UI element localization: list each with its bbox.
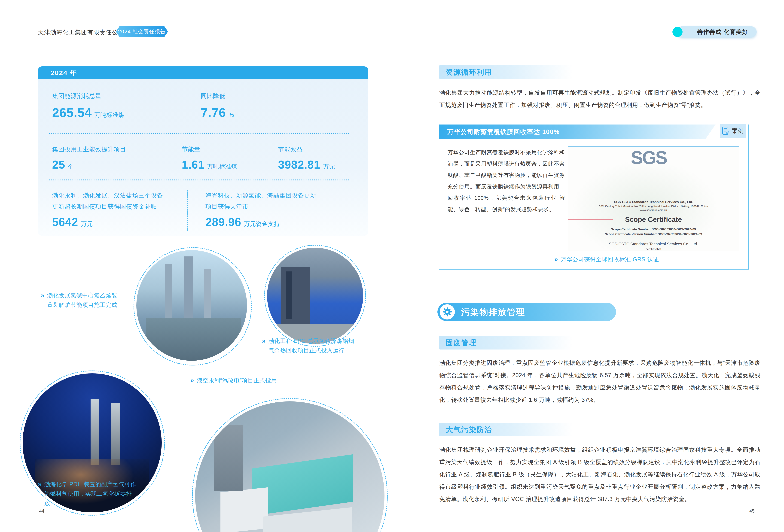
stat-value: 1.61 [182, 158, 204, 171]
cert-number: Scope Certificate Number: SGC-GRC03634-G… [568, 227, 739, 231]
stats-card-header: 2024 年 [38, 66, 368, 79]
caption-epc-project: » 渤化工程 EPC 总承包森泽煤铝烟气余热回收项目正式投入运行 [262, 336, 357, 355]
cert-url: www.sgsgroup.com.cn [568, 208, 739, 212]
stat-city-funding: 海光科技、新源氢能、海晶集团设备更新项目获得天津市 289.96 万元资金支持 [205, 190, 321, 228]
resource-recycling-paragraph: 渤化集团大力推动能源结构转型，自发自用可再生能源滚动式规划。制定印发《废旧生产物… [439, 87, 760, 111]
stat-label: 同比降低 [201, 92, 234, 100]
stat-label: 节能量 [182, 145, 237, 153]
caption-text: 液空永利“汽改电”项目正式投用 [197, 376, 277, 385]
section-bar-air-pollution: 大气污染防治 [439, 423, 572, 437]
stat-value: 5642 [52, 216, 78, 228]
dotted-divider [49, 179, 349, 180]
arrow-marker-icon: » [38, 480, 41, 489]
slogan-dot-icon [672, 27, 682, 37]
cert-version: Scope Certificate Version Number: SGC-GR… [568, 232, 739, 236]
caption-text: 万华公司获得全球回收标准 GRS 认证 [561, 255, 659, 264]
stat-unit: 万元 [81, 221, 93, 227]
stat-unit: 万元资金支持 [244, 221, 280, 227]
stats-card-year-label: 2024 年 [51, 66, 77, 79]
section-bar-resource-recycling: 资源循环利用 [439, 65, 572, 79]
case-title: 万华公司耐蒸煮覆铁膜回收率达 100% [447, 124, 560, 139]
stat-value: 265.54 [52, 106, 92, 120]
stat-unit: 个 [68, 163, 74, 170]
photo-ring-aerial-plant [192, 398, 388, 532]
photo-daytime-plant [136, 250, 247, 361]
section-title: 大气污染防治 [446, 423, 492, 437]
stat-label: 集团能源消耗总量 [52, 92, 124, 100]
dashed-vertical-divider [187, 190, 188, 231]
slogan-pill: 善作善成 化育美好 [677, 26, 757, 37]
caption-pdh-hydrogen: » 渤海化学 PDH 装置的副产氢气可作为燃料气使用，实现二氧化碳零排放 [38, 480, 136, 508]
arrow-marker-icon: » [190, 376, 194, 385]
gear-icon [442, 307, 452, 317]
stats-card-2024: 2024 年 集团能源消耗总量 265.54 万吨标准煤 同比降低 7.76 %… [38, 66, 368, 236]
photo-decoration [90, 399, 100, 465]
slogan-text: 善作善成 化育美好 [691, 26, 754, 37]
stat-value: 289.96 [205, 216, 241, 228]
stat-unit: % [228, 112, 234, 118]
cert-org: SGS-CSTC Standards Technical Services Co… [568, 200, 739, 204]
photo-decoration [214, 425, 243, 492]
banner-pollutant-management: 污染物排放管理 [438, 303, 616, 321]
cert-address: 16/F Century Yuhui Mansion, No.73 Fuchen… [568, 205, 739, 208]
gear-icon-circle [440, 304, 455, 319]
photo-decoration [111, 403, 120, 465]
caption-text: 渤化工程 EPC 总承包森泽煤铝烟气余热回收项目正式投入运行 [268, 336, 357, 355]
sgs-certificate-image: SGS SGS-CSTC Standards Technical Service… [568, 146, 739, 251]
photo-blue-facility [267, 248, 363, 344]
arrow-marker-icon: » [554, 255, 558, 264]
stat-value: 3982.81 [278, 158, 320, 171]
stat-unit: 万元 [323, 163, 335, 170]
case-bottom-border [439, 269, 749, 270]
section-bar-solid-waste: 固废管理 [439, 336, 572, 349]
case-body-text: 万华公司生产耐蒸煮覆铁膜时不采用化学涂料和油墨，而是采用塑料薄膜进行热覆合，因此… [448, 147, 565, 215]
arrow-marker-icon: » [41, 291, 44, 300]
stat-description: 海光科技、新源氢能、海晶集团设备更新项目获得天津市 [205, 190, 321, 212]
case-right-border [748, 124, 749, 270]
company-name: 天津渤海化工集团有限责任公司 [38, 28, 124, 36]
stat-energy-saved: 节能量 1.61 万吨标准煤 [182, 145, 237, 171]
stat-saving-benefit: 节能效益 3982.81 万元 [278, 145, 335, 171]
solid-waste-paragraph: 渤化集团分类推进固废治理，重点固废监管企业根据危废信息化提升新要求，采购危险废物… [439, 357, 760, 406]
section-title: 固废管理 [446, 336, 477, 349]
case-badge: 案例 [720, 124, 746, 138]
stat-efficiency-projects: 集团投用工业能效提升项目 25 个 [52, 145, 126, 171]
photo-decoration [281, 267, 310, 324]
cert-title: Scope Certificate [568, 216, 739, 223]
air-pollution-paragraph: 渤化集团梳理研判企业环保治理技术需求和环境效益，组织企业积极申报京津冀环境综合治… [439, 444, 760, 505]
photo-aerial-plant [195, 401, 385, 532]
caption-text: 渤化发展氯碱中心氯乙烯装置裂解炉节能项目施工完成 [47, 291, 118, 310]
cert-certifies: certifies that [568, 248, 739, 251]
arrow-marker-icon: » [262, 336, 265, 345]
stat-unit: 万吨标准煤 [94, 112, 124, 118]
banner-title: 污染物排放管理 [461, 303, 525, 321]
photo-decoration [146, 318, 241, 361]
stat-label: 节能效益 [278, 145, 335, 153]
stat-unit: 万吨标准煤 [207, 163, 237, 170]
caption-text: 渤海化学 PDH 装置的副产氢气可作为燃料气使用，实现二氧化碳零排放 [44, 480, 136, 508]
case-title-bar: 万华公司耐蒸煮覆铁膜回收率达 100% [439, 124, 716, 139]
stat-bond-subsidy: 渤化永利、渤化发展、汉沽盐场三个设备更新超长期国债项目获得国债资金补贴 5642… [52, 190, 164, 228]
report-spread: 天津渤海化工集团有限责任公司 2024 社会责任报告 2024 年 集团能源消耗… [0, 0, 784, 532]
report-year-badge: 2024 社会责任报告 [116, 26, 168, 37]
stat-label: 集团投用工业能效提升项目 [52, 145, 126, 153]
stat-yoy-decrease: 同比降低 7.76 % [201, 92, 234, 120]
stat-description: 渤化永利、渤化发展、汉沽盐场三个设备更新超长期国债项目获得国债资金补贴 [52, 190, 164, 212]
page-number-right: 45 [749, 508, 754, 514]
sgs-logo: SGS [568, 147, 734, 168]
stat-value: 7.76 [201, 106, 226, 120]
caption-steam-to-electric: » 液空永利“汽改电”项目正式投用 [190, 376, 277, 385]
stat-value: 25 [52, 158, 65, 171]
section-title: 资源循环利用 [446, 65, 492, 79]
page-number-left: 44 [39, 508, 44, 514]
photo-decoration [220, 487, 268, 532]
case-document-leaf-icon [722, 127, 730, 135]
photo-ring-daytime-plant [134, 247, 252, 365]
cert-org2: SGS-CSTC Standards Technical Services Co… [568, 242, 739, 246]
dotted-divider [49, 133, 349, 134]
stat-energy-consumption: 集团能源消耗总量 265.54 万吨标准煤 [52, 92, 124, 120]
caption-chlor-alkali: » 渤化发展氯碱中心氯乙烯装置裂解炉节能项目施工完成 [41, 291, 118, 310]
photo-ring-blue-facility [264, 245, 366, 347]
caption-grs-certification: » 万华公司获得全球回收标准 GRS 认证 [554, 255, 659, 264]
case-badge-label: 案例 [732, 127, 744, 135]
